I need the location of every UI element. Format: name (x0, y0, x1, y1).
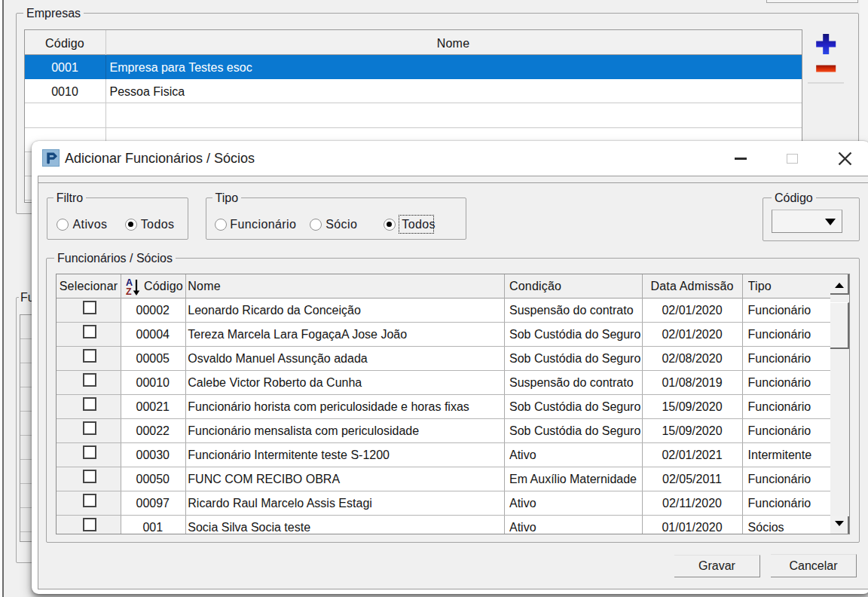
svg-text:Z: Z (126, 286, 132, 296)
